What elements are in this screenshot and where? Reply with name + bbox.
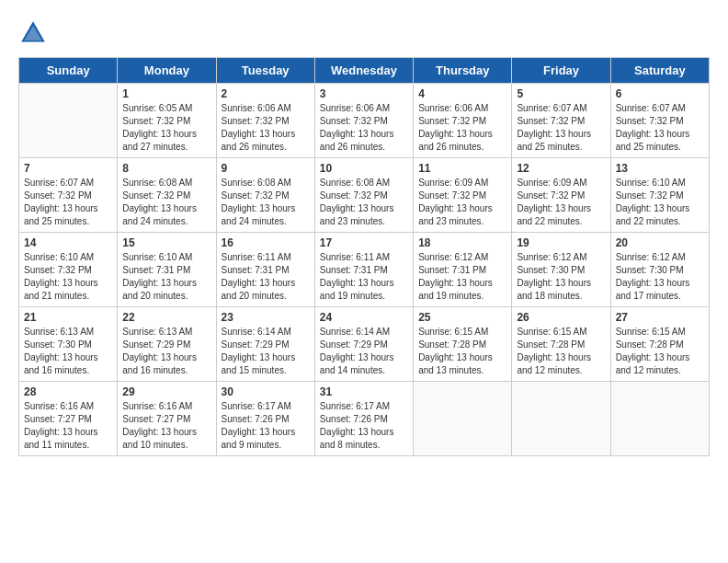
day-number: 19: [517, 236, 605, 249]
calendar-cell: 21 Sunrise: 6:13 AMSunset: 7:30 PMDaylig…: [19, 307, 118, 382]
calendar-week-5: 28 Sunrise: 6:16 AMSunset: 7:27 PMDaylig…: [19, 382, 710, 456]
day-header-tuesday: Tuesday: [216, 58, 314, 84]
day-info: Sunrise: 6:08 AMSunset: 7:32 PMDaylight:…: [222, 177, 310, 228]
day-info: Sunrise: 6:10 AMSunset: 7:32 PMDaylight:…: [616, 177, 704, 228]
calendar-cell: 6 Sunrise: 6:07 AMSunset: 7:32 PMDayligh…: [610, 84, 709, 158]
calendar-week-1: 1 Sunrise: 6:05 AMSunset: 7:32 PMDayligh…: [19, 84, 710, 158]
calendar-cell: 23 Sunrise: 6:14 AMSunset: 7:29 PMDaylig…: [216, 307, 314, 382]
calendar-cell: 12 Sunrise: 6:09 AMSunset: 7:32 PMDaylig…: [512, 158, 610, 233]
day-number: 31: [320, 385, 408, 398]
day-info: Sunrise: 6:12 AMSunset: 7:30 PMDaylight:…: [517, 251, 605, 303]
calendar-cell: 20 Sunrise: 6:12 AMSunset: 7:30 PMDaylig…: [610, 233, 709, 307]
day-number: 17: [320, 236, 408, 249]
day-number: 10: [320, 162, 408, 175]
day-number: 22: [122, 311, 210, 324]
day-info: Sunrise: 6:07 AMSunset: 7:32 PMDaylight:…: [24, 177, 112, 228]
calendar-cell: 24 Sunrise: 6:14 AMSunset: 7:29 PMDaylig…: [314, 307, 413, 382]
day-info: Sunrise: 6:05 AMSunset: 7:32 PMDaylight:…: [122, 102, 210, 154]
day-info: Sunrise: 6:07 AMSunset: 7:32 PMDaylight:…: [517, 102, 605, 154]
calendar-cell: 3 Sunrise: 6:06 AMSunset: 7:32 PMDayligh…: [314, 84, 413, 158]
calendar-cell: 4 Sunrise: 6:06 AMSunset: 7:32 PMDayligh…: [414, 84, 512, 158]
calendar-cell: 17 Sunrise: 6:11 AMSunset: 7:31 PMDaylig…: [314, 233, 413, 307]
day-number: 12: [517, 162, 605, 175]
day-number: 15: [122, 236, 210, 249]
day-header-thursday: Thursday: [414, 58, 512, 84]
day-number: 5: [517, 87, 605, 100]
day-info: Sunrise: 6:15 AMSunset: 7:28 PMDaylight:…: [418, 326, 506, 377]
day-number: 4: [418, 87, 506, 100]
calendar-cell: 18 Sunrise: 6:12 AMSunset: 7:31 PMDaylig…: [414, 233, 512, 307]
day-info: Sunrise: 6:09 AMSunset: 7:32 PMDaylight:…: [418, 177, 506, 228]
day-number: 2: [222, 87, 310, 100]
calendar-cell: 27 Sunrise: 6:15 AMSunset: 7:28 PMDaylig…: [610, 307, 709, 382]
day-header-saturday: Saturday: [610, 58, 709, 84]
calendar-cell: 15 Sunrise: 6:10 AMSunset: 7:31 PMDaylig…: [118, 233, 216, 307]
calendar-cell: 8 Sunrise: 6:08 AMSunset: 7:32 PMDayligh…: [118, 158, 216, 233]
calendar-cell: 11 Sunrise: 6:09 AMSunset: 7:32 PMDaylig…: [414, 158, 512, 233]
day-info: Sunrise: 6:07 AMSunset: 7:32 PMDaylight:…: [616, 102, 704, 154]
logo-icon: [18, 18, 48, 48]
calendar-cell: [610, 382, 709, 456]
calendar-cell: 10 Sunrise: 6:08 AMSunset: 7:32 PMDaylig…: [314, 158, 413, 233]
day-info: Sunrise: 6:13 AMSunset: 7:30 PMDaylight:…: [24, 326, 112, 377]
day-info: Sunrise: 6:14 AMSunset: 7:29 PMDaylight:…: [222, 326, 310, 377]
day-number: 7: [24, 162, 112, 175]
calendar-header-row: SundayMondayTuesdayWednesdayThursdayFrid…: [19, 58, 710, 84]
day-info: Sunrise: 6:10 AMSunset: 7:32 PMDaylight:…: [24, 251, 112, 303]
calendar-week-3: 14 Sunrise: 6:10 AMSunset: 7:32 PMDaylig…: [19, 233, 710, 307]
calendar-cell: 25 Sunrise: 6:15 AMSunset: 7:28 PMDaylig…: [414, 307, 512, 382]
day-number: 21: [24, 311, 112, 324]
day-number: 27: [616, 311, 704, 324]
calendar-cell: 31 Sunrise: 6:17 AMSunset: 7:26 PMDaylig…: [314, 382, 413, 456]
calendar-cell: 29 Sunrise: 6:16 AMSunset: 7:27 PMDaylig…: [118, 382, 216, 456]
calendar-cell: 13 Sunrise: 6:10 AMSunset: 7:32 PMDaylig…: [610, 158, 709, 233]
day-number: 16: [222, 236, 310, 249]
day-info: Sunrise: 6:15 AMSunset: 7:28 PMDaylight:…: [616, 326, 704, 377]
day-number: 14: [24, 236, 112, 249]
calendar-cell: 1 Sunrise: 6:05 AMSunset: 7:32 PMDayligh…: [118, 84, 216, 158]
calendar-cell: 19 Sunrise: 6:12 AMSunset: 7:30 PMDaylig…: [512, 233, 610, 307]
day-info: Sunrise: 6:17 AMSunset: 7:26 PMDaylight:…: [222, 400, 310, 452]
day-info: Sunrise: 6:14 AMSunset: 7:29 PMDaylight:…: [320, 326, 408, 377]
day-number: 3: [320, 87, 408, 100]
day-header-sunday: Sunday: [19, 58, 118, 84]
day-info: Sunrise: 6:08 AMSunset: 7:32 PMDaylight:…: [320, 177, 408, 228]
day-info: Sunrise: 6:15 AMSunset: 7:28 PMDaylight:…: [517, 326, 605, 377]
day-number: 28: [24, 385, 112, 398]
calendar-cell: 22 Sunrise: 6:13 AMSunset: 7:29 PMDaylig…: [118, 307, 216, 382]
day-number: 13: [616, 162, 704, 175]
day-header-wednesday: Wednesday: [314, 58, 413, 84]
day-info: Sunrise: 6:12 AMSunset: 7:30 PMDaylight:…: [616, 251, 704, 303]
day-number: 6: [616, 87, 704, 100]
day-info: Sunrise: 6:06 AMSunset: 7:32 PMDaylight:…: [222, 102, 310, 154]
calendar-cell: 16 Sunrise: 6:11 AMSunset: 7:31 PMDaylig…: [216, 233, 314, 307]
day-number: 9: [222, 162, 310, 175]
day-info: Sunrise: 6:17 AMSunset: 7:26 PMDaylight:…: [320, 400, 408, 452]
day-number: 29: [122, 385, 210, 398]
calendar-week-2: 7 Sunrise: 6:07 AMSunset: 7:32 PMDayligh…: [19, 158, 710, 233]
day-number: 26: [517, 311, 605, 324]
calendar-table: SundayMondayTuesdayWednesdayThursdayFrid…: [18, 57, 710, 456]
calendar-cell: [414, 382, 512, 456]
day-number: 30: [222, 385, 310, 398]
calendar-cell: 2 Sunrise: 6:06 AMSunset: 7:32 PMDayligh…: [216, 84, 314, 158]
calendar-cell: [512, 382, 610, 456]
day-number: 25: [418, 311, 506, 324]
day-info: Sunrise: 6:06 AMSunset: 7:32 PMDaylight:…: [418, 102, 506, 154]
day-info: Sunrise: 6:11 AMSunset: 7:31 PMDaylight:…: [222, 251, 310, 303]
day-number: 20: [616, 236, 704, 249]
calendar-week-4: 21 Sunrise: 6:13 AMSunset: 7:30 PMDaylig…: [19, 307, 710, 382]
page-header: [18, 18, 710, 48]
day-info: Sunrise: 6:09 AMSunset: 7:32 PMDaylight:…: [517, 177, 605, 228]
day-number: 1: [122, 87, 210, 100]
calendar-cell: [19, 84, 118, 158]
day-number: 8: [122, 162, 210, 175]
calendar-cell: 5 Sunrise: 6:07 AMSunset: 7:32 PMDayligh…: [512, 84, 610, 158]
day-info: Sunrise: 6:10 AMSunset: 7:31 PMDaylight:…: [122, 251, 210, 303]
calendar-cell: 28 Sunrise: 6:16 AMSunset: 7:27 PMDaylig…: [19, 382, 118, 456]
day-info: Sunrise: 6:13 AMSunset: 7:29 PMDaylight:…: [122, 326, 210, 377]
day-header-monday: Monday: [118, 58, 216, 84]
day-number: 11: [418, 162, 506, 175]
logo: [18, 18, 51, 48]
day-info: Sunrise: 6:06 AMSunset: 7:32 PMDaylight:…: [320, 102, 408, 154]
